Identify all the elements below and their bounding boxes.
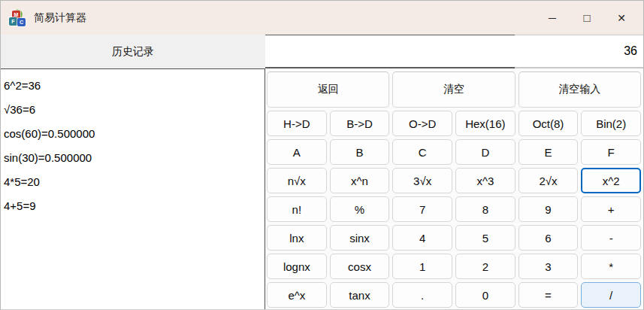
maximize-button[interactable]: □: [570, 1, 604, 35]
icon-cube-c: C: [17, 18, 26, 26]
key-b[interactable]: B: [330, 139, 390, 165]
maximize-icon: □: [583, 11, 590, 24]
calc-display[interactable]: 36: [265, 35, 643, 68]
history-entry: 4*5=20: [4, 170, 262, 194]
key-f[interactable]: F: [581, 139, 641, 165]
history-entry: sin(30)=0.500000: [4, 146, 262, 170]
key-factorial[interactable]: n!: [267, 196, 327, 222]
key-bin-2[interactable]: Bin(2): [581, 111, 641, 136]
key-2-x[interactable]: 2√x: [519, 168, 579, 193]
icon-cube-f: F: [9, 17, 17, 26]
main-area: 历史记录 6^2=36√36=6cos(60)=0.500000sin(30)=…: [1, 35, 643, 309]
key-3[interactable]: 3: [519, 254, 579, 279]
window-title: 简易计算器: [34, 11, 86, 25]
key-sinx[interactable]: sinx: [330, 225, 390, 251]
key-lnx[interactable]: lnx: [267, 225, 327, 251]
key-tanx[interactable]: tanx: [330, 282, 390, 308]
key-2[interactable]: 2: [455, 254, 516, 279]
key-back[interactable]: 返回: [267, 71, 389, 108]
key-cosx[interactable]: cosx: [330, 254, 390, 279]
key-dot[interactable]: .: [392, 282, 452, 308]
key-3-x[interactable]: 3√x: [392, 168, 452, 193]
key-6[interactable]: 6: [519, 225, 579, 251]
close-button[interactable]: ✕: [604, 1, 639, 35]
key-percent[interactable]: %: [330, 196, 390, 222]
history-entry: 6^2=36: [4, 74, 262, 98]
history-header: 历史记录: [1, 35, 265, 68]
history-entry: 4+5=9: [4, 194, 262, 218]
key-0[interactable]: 0: [455, 282, 516, 308]
key-7[interactable]: 7: [392, 196, 452, 222]
key-x-n[interactable]: x^n: [330, 168, 390, 193]
key-4[interactable]: 4: [392, 225, 452, 251]
history-panel: 历史记录 6^2=36√36=6cos(60)=0.500000sin(30)=…: [1, 35, 265, 309]
key-n-x[interactable]: n√x: [267, 168, 327, 193]
key-x-3[interactable]: x^3: [455, 168, 516, 193]
key-1[interactable]: 1: [392, 254, 452, 279]
keypad: 返回清空清空输入H->DB->DO->DHex(16)Oct(8)Bin(2)A…: [265, 68, 643, 309]
key-equals[interactable]: =: [519, 282, 579, 308]
titlebar: M F C 简易计算器 ─ □ ✕: [1, 1, 643, 35]
key-hex-16[interactable]: Hex(16): [455, 111, 516, 136]
key-o-d[interactable]: O->D: [392, 111, 452, 136]
key-plus[interactable]: +: [581, 196, 641, 222]
key-h-d[interactable]: H->D: [267, 111, 327, 136]
key-clear[interactable]: 清空: [392, 71, 515, 108]
key-c[interactable]: C: [392, 139, 452, 165]
window-controls: ─ □ ✕: [535, 1, 643, 35]
key-9[interactable]: 9: [519, 196, 579, 222]
key-minus[interactable]: -: [581, 225, 641, 251]
mfc-app-icon: M F C: [9, 10, 26, 26]
key-e[interactable]: E: [519, 139, 579, 165]
key-8[interactable]: 8: [455, 196, 516, 222]
history-entry: √36=6: [4, 98, 262, 122]
key-e-x[interactable]: e^x: [267, 282, 327, 308]
key-d[interactable]: D: [455, 139, 516, 165]
key-b-d[interactable]: B->D: [330, 111, 390, 136]
key-clear-input[interactable]: 清空输入: [519, 71, 641, 108]
calculator-window: M F C 简易计算器 ─ □ ✕ 历史记录 6^2=36√36=6cos(60…: [0, 0, 644, 310]
key-multiply[interactable]: *: [581, 254, 641, 279]
minimize-button[interactable]: ─: [535, 1, 570, 35]
key-a[interactable]: A: [267, 139, 327, 165]
key-5[interactable]: 5: [455, 225, 516, 251]
minimize-icon: ─: [549, 12, 556, 24]
calc-panel: 36 返回清空清空输入H->DB->DO->DHex(16)Oct(8)Bin(…: [265, 35, 643, 309]
history-list: 6^2=36√36=6cos(60)=0.500000sin(30)=0.500…: [1, 68, 265, 309]
key-divide[interactable]: /: [581, 282, 641, 308]
history-entry: cos(60)=0.500000: [4, 122, 262, 146]
key-oct-8[interactable]: Oct(8): [519, 111, 579, 136]
key-lognx[interactable]: lognx: [267, 254, 327, 279]
key-x-2[interactable]: x^2: [581, 168, 641, 193]
close-icon: ✕: [617, 12, 626, 24]
